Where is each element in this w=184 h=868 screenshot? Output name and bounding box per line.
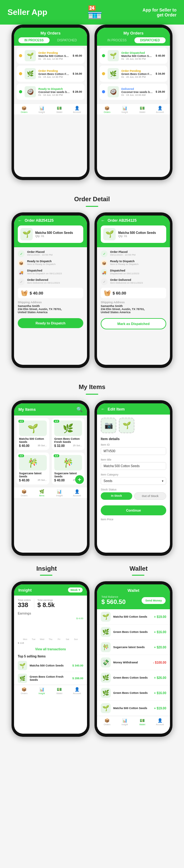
item-category-select[interactable]: Seeds ▾ [101,477,166,485]
nav-orders[interactable]: 📦Orders [98,106,116,113]
wallet-transaction: 🌿 Green Bees Cotton Seeds + $16.00 [97,624,170,640]
nav-account[interactable]: 👤Account [151,718,169,725]
tab-in-process-right[interactable]: IN PROCESS [101,37,133,43]
item-title-value[interactable]: Matcha 500 Cotton Seeds [101,462,166,470]
order-row[interactable]: 🌱 Order Dispatched Matcha 500 Cotton See… [100,48,167,64]
order-name: Green Bees Cotton Fresh Seeds [121,72,153,75]
wt-name: Green Bees Cotton Seeds [113,691,152,694]
order-row[interactable]: 🌿 Order Pending Green Bees Cotton Fresh … [17,66,84,82]
in-stock-button[interactable]: In Stock [101,492,132,500]
order-status: Order Pending [38,51,70,55]
total-earnings: Total earnings $ 8.5k [37,599,55,609]
phone-insight-inner: Insight Week ▾ Total orders 338 Total ea… [14,584,87,734]
nav-orders[interactable]: 📦Orders [98,718,116,725]
nav-insight[interactable]: 📊Insight [51,489,68,497]
price-amount-right: $ 60.00 [112,291,126,296]
nav-insight[interactable]: 📊Insight [33,106,51,113]
order-info: Delivered Coconut tree seeds brand 01 · … [121,87,153,96]
item-price: $ 40.00 [19,444,29,447]
wt-amount: + $19.00 [154,707,166,710]
tab-dispatched-right[interactable]: DISPATCHED [134,37,165,43]
back-button-right[interactable]: ← [101,218,105,223]
view-transactions-link[interactable]: View all transactions [14,646,87,653]
ready-to-dispatch-button[interactable]: Ready to Dispatch [18,318,83,328]
nav-account[interactable]: 👤Account [68,106,86,113]
nav-wallet[interactable]: 💵Wallet [133,718,151,725]
phone-detail-inner-left: ← Order AB254125 🌱 Matcha 500 Cotton See… [14,216,87,365]
phone-orders-left: My Orders IN PROCESS DISPATCHED 🌱 Order … [11,25,89,180]
continue-button[interactable]: Continue [101,505,166,515]
timeline-step: 📦 Ready to Dispatch Item is Ready to Dis… [101,260,166,267]
item-card[interactable]: 4.5 🎋 Sugarcane latest Seeds $ 40.00 25 … [17,453,49,485]
nav-items[interactable]: 🌿Items [33,489,51,497]
out-of-stock-button[interactable]: Out of Stock [134,492,166,500]
nav-orders[interactable]: 📦Orders [15,687,33,694]
order-row[interactable]: 🥥 Ready to Dispatch Coconut tree seeds b… [17,84,84,100]
item-card[interactable]: 4.5 🌱 Matcha 500 Cotton Seeds $ 40.00 35… [17,418,49,450]
wallet-section-title: Wallet [129,565,148,572]
nav-insight[interactable]: 📊Insight [116,106,134,113]
bar-col: Sat [64,638,71,640]
nav-orders[interactable]: 📦Orders [15,106,33,113]
order-row[interactable]: 🥥 Delivered Coconut tree seeds brand 01 … [100,84,167,100]
order-meta: 01 · 20 Jun, 04:50 PM [121,58,153,60]
order-name: Green Bees Cotton Fresh Seeds [38,72,70,75]
nav-orders[interactable]: 📦Orders [15,489,33,497]
detail-product-qty-right: Qty: 01 [118,235,164,238]
order-name: Matcha 500 Cotton Seeds [121,55,153,58]
phone-detail-inner-right: ← Order AB254125 🌱 Matcha 500 Cotton See… [97,216,170,365]
add-item-fab[interactable]: + [75,475,84,484]
status-dot [102,54,105,57]
order-row[interactable]: 🌿 Order Pending Green Bees Cotton Fresh … [100,66,167,82]
tab-dispatched-left[interactable]: DISPATCHED [51,37,83,43]
timeline-icon: ✓ [18,250,25,257]
insight-section-title: Insight [36,565,57,572]
bar-chart-container: $ 4.00 Mon Tue Wed [14,615,87,646]
nav-insight[interactable]: 📊Insight [116,718,134,725]
nav-account[interactable]: 👤Account [68,687,86,694]
wt-amount: + $26.00 [154,676,166,680]
order-name: Matcha 500 Cotton Seeds [38,55,70,58]
order-img: 🌱 [25,50,36,61]
item-card[interactable]: 4.5 🌿 Green Bees Cotton Fresh Seeds $ 32… [52,418,84,450]
top-item-img: 🌿 [18,674,27,683]
send-money-button[interactable]: Send Money [141,597,165,604]
timeline-text: Order Delivered Item Delivered on 09/11/… [110,278,143,284]
timeline-icon: 🚚 [18,269,25,276]
nav-account[interactable]: 👤Account [68,489,86,497]
wallet-balance-row: Total Balance $ 560.50 Send Money [101,595,165,606]
timeline-text: Ready to Dispatch Item is Ready to Dispa… [27,260,55,266]
nav-account[interactable]: 👤Account [151,106,169,113]
phone-top-left: My Orders IN PROCESS DISPATCHED [14,28,87,46]
item-id-value[interactable]: MTV500 [101,447,166,455]
nav-wallet[interactable]: 💵Wallet [51,687,68,694]
edit-field-title: Item title Matcha 500 Cotton Seeds [101,458,166,470]
detail-header-left: ← Order AB254125 [18,218,83,223]
edit-back-button[interactable]: ← [101,406,105,411]
edit-field-id: Item ID MTV500 [101,443,166,455]
bar-chart: Mon Tue Wed Thu [18,620,83,642]
tab-in-process-left[interactable]: IN PROCESS [18,37,50,43]
timeline-icon: ✓ [101,250,108,257]
order-status: Order Dispatched [121,51,153,55]
week-selector[interactable]: Week ▾ [68,587,83,592]
mark-as-dispatched-button[interactable]: Mark as Dispatched [101,318,166,329]
section-underline-wallet [132,575,144,576]
price-box-left: 🧺 $ 40.00 [18,288,83,298]
nav-wallet[interactable]: 💵Wallet [133,106,151,113]
stock-status-label: Stock Status [101,488,166,491]
items-top: My Items 🔍 [14,403,87,415]
timeline-text: Order Placed 09/11/2023 - 10:59 PM [27,250,52,256]
nav-insight[interactable]: 📊Insight [33,687,51,694]
item-img: 🎋 [54,455,82,470]
wt-amount: + $16.00 [154,630,166,634]
phone-edit-inner: ← Edit Item 📷 🌱 Item details Item ID MTV… [97,403,170,553]
search-icon[interactable]: 🔍 [76,406,83,412]
edit-camera-box[interactable]: 📷 [101,418,116,433]
timeline-text: Ready to Dispatch Item is Ready to Dispa… [110,260,138,266]
wallet-transaction: 🌿 Green Bees Cotton Seeds + $26.00 [97,670,170,685]
order-row[interactable]: 🌱 Order Pending Matcha 500 Cotton Seeds … [17,48,84,64]
edit-product-img-box[interactable]: 🌱 [119,418,134,433]
nav-wallet[interactable]: 💵Wallet [51,106,68,113]
back-button-left[interactable]: ← [18,218,22,223]
